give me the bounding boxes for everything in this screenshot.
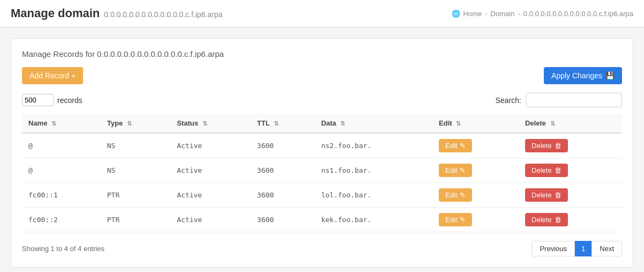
col-edit[interactable]: Edit ⇅ [432,114,519,133]
showing-text: Showing 1 to 4 of 4 entries [22,245,104,253]
breadcrumb-sep1: › [485,10,487,18]
cell-ttl-1: 3600 [251,158,315,183]
breadcrumb-current: 0.0.0.0.0.0.0.0.0.0.0.0.0.c.f.ip6.arpa [523,10,633,18]
cell-delete-3: Delete 🗑 [519,208,622,232]
pagination: Previous 1 Next [531,241,622,256]
table-row: @ NS Active 3600 ns1.foo.bar. Edit ✎ Del… [22,158,622,183]
col-ttl[interactable]: TTL ⇅ [251,114,315,133]
table-row: @ NS Active 3600 ns2.foo.bar. Edit ✎ Del… [22,133,622,158]
breadcrumb-domain[interactable]: Domain [491,10,515,18]
col-type[interactable]: Type ⇅ [101,114,170,133]
table-controls: records Search: [22,93,622,107]
trash-icon-2: 🗑 [555,191,561,199]
add-record-button[interactable]: Add Record+ [22,67,83,84]
sort-name-icon: ⇅ [51,120,56,127]
delete-button-1[interactable]: Delete 🗑 [525,164,568,177]
records-count-input[interactable] [22,94,54,106]
floppy-icon: 💾 [605,71,615,80]
plus-icon: + [71,71,76,80]
edit-button-0[interactable]: Edit ✎ [439,139,472,152]
cell-status-3: Active [170,208,251,232]
cell-status-0: Active [170,133,251,158]
page-title: Manage domain [11,6,100,20]
records-table: Name ⇅ Type ⇅ Status ⇅ TTL ⇅ Data ⇅ Edit… [22,114,622,232]
cell-edit-1: Edit ✎ [432,158,519,183]
search-container: Search: [496,93,622,107]
sort-data-icon: ⇅ [340,120,345,127]
delete-button-2[interactable]: Delete 🗑 [525,188,568,202]
cell-name-2: fc00::1 [22,183,101,208]
cell-name-0: @ [22,133,101,158]
table-row: fc00::1 PTR Active 3600 lol.foo.bar. Edi… [22,183,622,208]
records-per-page: records [22,94,83,106]
cell-type-1: NS [101,158,170,183]
sort-status-icon: ⇅ [203,120,207,127]
cell-ttl-3: 3600 [251,208,315,232]
cell-delete-0: Delete 🗑 [519,133,622,158]
sort-delete-icon: ⇅ [550,120,555,127]
delete-button-3[interactable]: Delete 🗑 [525,213,568,226]
main-content: Manage Records for 0.0.0.0.0.0.0.0.0.0.0… [0,27,644,272]
edit-button-1[interactable]: Edit ✎ [439,164,472,177]
col-delete[interactable]: Delete ⇅ [519,114,622,133]
top-bar: Manage domain 0.0.0.0.0.0.0.0.0.0.0.0.0.… [0,0,644,27]
col-data[interactable]: Data ⇅ [314,114,432,133]
cell-data-0: ns2.foo.bar. [314,133,432,158]
cell-edit-0: Edit ✎ [432,133,519,158]
cell-delete-1: Delete 🗑 [519,158,622,183]
apply-changes-button[interactable]: Apply Changes 💾 [544,67,622,84]
previous-button[interactable]: Previous [531,241,575,256]
table-footer: Showing 1 to 4 of 4 entries Previous 1 N… [22,241,622,256]
breadcrumb-home[interactable]: Home [463,10,482,18]
toolbar: Add Record+ Apply Changes 💾 [22,67,622,84]
cell-edit-2: Edit ✎ [432,183,519,208]
cell-edit-3: Edit ✎ [432,208,519,232]
trash-icon-0: 🗑 [555,142,561,150]
page-title-container: Manage domain 0.0.0.0.0.0.0.0.0.0.0.0.0.… [11,6,222,20]
cell-data-3: kek.foo.bar. [314,208,432,232]
sort-edit-icon: ⇅ [456,120,461,127]
edit-icon-1: ✎ [460,166,466,174]
edit-button-2[interactable]: Edit ✎ [439,188,472,202]
next-button[interactable]: Next [591,241,622,256]
card-title: Manage Records for 0.0.0.0.0.0.0.0.0.0.0… [22,49,622,58]
apply-label: Apply Changes [551,71,602,80]
trash-icon-1: 🗑 [555,166,561,174]
page-subtitle: 0.0.0.0.0.0.0.0.0.0.0.0.0.c.f.ip6.arpa [104,10,222,19]
search-input[interactable] [526,93,622,107]
breadcrumb: 🌐 Home › Domain › 0.0.0.0.0.0.0.0.0.0.0.… [452,10,633,18]
cell-ttl-0: 3600 [251,133,315,158]
current-page: 1 [575,241,591,256]
sort-ttl-icon: ⇅ [274,120,279,127]
add-record-label: Add Record [29,71,69,80]
cell-type-2: PTR [101,183,170,208]
records-card: Manage Records for 0.0.0.0.0.0.0.0.0.0.0… [11,38,633,268]
cell-name-1: @ [22,158,101,183]
trash-icon-3: 🗑 [555,216,561,224]
search-label: Search: [496,96,521,105]
col-status[interactable]: Status ⇅ [170,114,251,133]
edit-icon-0: ✎ [460,142,466,150]
cell-type-3: PTR [101,208,170,232]
breadcrumb-sep2: › [518,10,520,18]
table-header-row: Name ⇅ Type ⇅ Status ⇅ TTL ⇅ Data ⇅ Edit… [22,114,622,133]
cell-name-3: fc00::2 [22,208,101,232]
cell-type-0: NS [101,133,170,158]
cell-ttl-2: 3600 [251,183,315,208]
globe-icon: 🌐 [452,10,460,18]
edit-icon-2: ✎ [460,191,466,199]
edit-button-3[interactable]: Edit ✎ [439,213,472,226]
cell-delete-2: Delete 🗑 [519,183,622,208]
table-row: fc00::2 PTR Active 3600 kek.foo.bar. Edi… [22,208,622,232]
edit-icon-3: ✎ [460,216,466,224]
delete-button-0[interactable]: Delete 🗑 [525,139,568,152]
cell-data-1: ns1.foo.bar. [314,158,432,183]
cell-status-2: Active [170,183,251,208]
sort-type-icon: ⇅ [127,120,132,127]
cell-data-2: lol.foo.bar. [314,183,432,208]
col-name[interactable]: Name ⇅ [22,114,101,133]
records-label: records [57,96,83,105]
cell-status-1: Active [170,158,251,183]
